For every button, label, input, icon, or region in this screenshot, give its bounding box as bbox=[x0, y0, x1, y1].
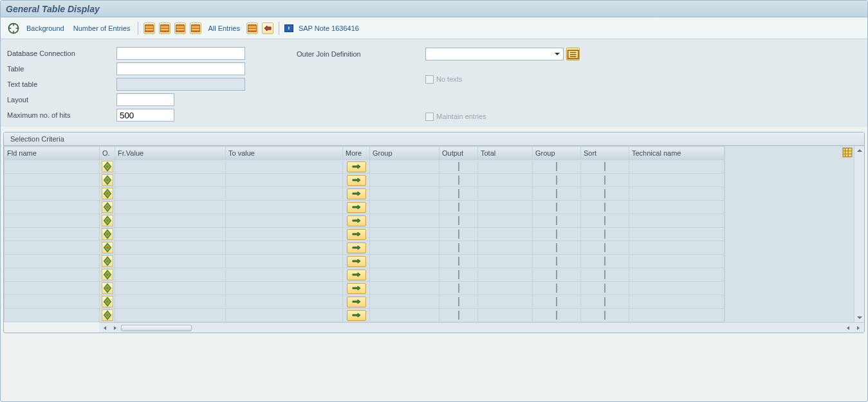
sort-checkbox[interactable] bbox=[604, 189, 605, 198]
db-connection-input[interactable] bbox=[116, 47, 245, 60]
cell-fld-name[interactable] bbox=[5, 201, 100, 214]
cell-fld-name[interactable] bbox=[5, 228, 100, 241]
group-checkbox[interactable] bbox=[556, 216, 557, 225]
output-checkbox[interactable] bbox=[458, 297, 459, 306]
cell-to-value[interactable] bbox=[226, 255, 343, 268]
cell-fr-value[interactable] bbox=[115, 160, 226, 174]
more-arrow-icon[interactable] bbox=[347, 256, 366, 267]
cell-more[interactable] bbox=[343, 160, 370, 174]
layout-input[interactable] bbox=[116, 93, 174, 106]
cell-fr-value[interactable] bbox=[115, 201, 226, 214]
cell-tech-name[interactable] bbox=[629, 295, 725, 309]
sort-checkbox[interactable] bbox=[604, 284, 605, 293]
group-checkbox[interactable] bbox=[556, 176, 557, 185]
toolbar-icon-2[interactable] bbox=[159, 23, 171, 34]
cell-group-entry[interactable] bbox=[370, 160, 439, 174]
cell-tech-name[interactable] bbox=[629, 228, 725, 241]
option-icon[interactable] bbox=[102, 296, 113, 307]
cell-more[interactable] bbox=[343, 295, 370, 309]
option-icon[interactable] bbox=[102, 269, 113, 280]
cell-to-value[interactable] bbox=[226, 228, 343, 241]
cell-fr-value[interactable] bbox=[115, 214, 226, 228]
all-entries-button[interactable]: All Entries bbox=[205, 24, 243, 32]
cell-option[interactable] bbox=[100, 241, 115, 255]
cell-tech-name[interactable] bbox=[629, 255, 725, 268]
cell-tech-name[interactable] bbox=[629, 160, 725, 174]
cell-total[interactable] bbox=[478, 187, 533, 201]
group-checkbox[interactable] bbox=[556, 162, 557, 171]
cell-fld-name[interactable] bbox=[5, 268, 100, 282]
col-sort[interactable]: Sort bbox=[581, 147, 629, 160]
scroll-thumb[interactable] bbox=[121, 325, 192, 331]
cell-group-entry[interactable] bbox=[370, 214, 439, 228]
scroll-down-icon[interactable] bbox=[855, 313, 864, 322]
col-group-entry[interactable]: Group bbox=[370, 147, 439, 160]
cell-to-value[interactable] bbox=[226, 201, 343, 214]
scroll-left-end-icon[interactable] bbox=[844, 324, 853, 332]
background-button[interactable]: Background bbox=[24, 24, 67, 32]
toolbar-icon-4[interactable] bbox=[190, 23, 201, 34]
cell-to-value[interactable] bbox=[226, 160, 343, 174]
cell-group-entry[interactable] bbox=[370, 187, 439, 201]
more-arrow-icon[interactable] bbox=[347, 229, 366, 240]
sort-checkbox[interactable] bbox=[604, 230, 605, 239]
cell-fld-name[interactable] bbox=[5, 255, 100, 268]
cell-to-value[interactable] bbox=[226, 241, 343, 255]
number-of-entries-button[interactable]: Number of Entries bbox=[71, 24, 133, 32]
cell-more[interactable] bbox=[343, 282, 370, 295]
cell-group-entry[interactable] bbox=[370, 228, 439, 241]
cell-more[interactable] bbox=[343, 309, 370, 322]
cell-group-entry[interactable] bbox=[370, 282, 439, 295]
col-option[interactable]: O. bbox=[100, 147, 115, 160]
more-arrow-icon[interactable] bbox=[347, 242, 366, 253]
cell-fr-value[interactable] bbox=[115, 228, 226, 241]
col-more[interactable]: More bbox=[343, 147, 370, 160]
outer-join-select[interactable] bbox=[425, 48, 564, 60]
cell-total[interactable] bbox=[478, 282, 533, 295]
output-checkbox[interactable] bbox=[458, 243, 459, 252]
sort-checkbox[interactable] bbox=[604, 162, 605, 171]
info-icon[interactable]: i bbox=[284, 24, 293, 32]
more-arrow-icon[interactable] bbox=[347, 188, 366, 199]
cell-more[interactable] bbox=[343, 214, 370, 228]
cell-to-value[interactable] bbox=[226, 187, 343, 201]
output-checkbox[interactable] bbox=[458, 216, 459, 225]
cell-group-entry[interactable] bbox=[370, 201, 439, 214]
output-checkbox[interactable] bbox=[458, 284, 459, 293]
cell-option[interactable] bbox=[100, 268, 115, 282]
cell-group-entry[interactable] bbox=[370, 255, 439, 268]
cell-to-value[interactable] bbox=[226, 295, 343, 309]
output-checkbox[interactable] bbox=[458, 189, 459, 198]
vertical-scrollbar[interactable] bbox=[854, 146, 864, 322]
cell-tech-name[interactable] bbox=[629, 268, 725, 282]
col-fr-value[interactable]: Fr.Value bbox=[115, 147, 226, 160]
option-icon[interactable] bbox=[102, 255, 113, 267]
cell-to-value[interactable] bbox=[226, 309, 343, 322]
cell-fr-value[interactable] bbox=[115, 255, 226, 268]
cell-more[interactable] bbox=[343, 241, 370, 255]
cell-fr-value[interactable] bbox=[115, 187, 226, 201]
execute-icon[interactable] bbox=[7, 22, 20, 35]
output-checkbox[interactable] bbox=[458, 203, 459, 212]
cell-total[interactable] bbox=[478, 241, 533, 255]
sort-checkbox[interactable] bbox=[604, 311, 605, 320]
cell-option[interactable] bbox=[100, 255, 115, 268]
option-icon[interactable] bbox=[102, 242, 113, 253]
cell-fld-name[interactable] bbox=[5, 309, 100, 322]
more-arrow-icon[interactable] bbox=[347, 215, 366, 226]
cell-fr-value[interactable] bbox=[115, 295, 226, 309]
col-group-cb[interactable]: Group bbox=[533, 147, 581, 160]
cell-tech-name[interactable] bbox=[629, 214, 725, 228]
cell-option[interactable] bbox=[100, 187, 115, 201]
cell-option[interactable] bbox=[100, 214, 115, 228]
toolbar-icon-6[interactable] bbox=[262, 23, 273, 34]
option-icon[interactable] bbox=[102, 188, 113, 199]
more-arrow-icon[interactable] bbox=[347, 202, 366, 213]
more-arrow-icon[interactable] bbox=[347, 283, 366, 294]
more-arrow-icon[interactable] bbox=[347, 310, 366, 321]
cell-total[interactable] bbox=[478, 295, 533, 309]
output-checkbox[interactable] bbox=[458, 311, 459, 320]
option-icon[interactable] bbox=[102, 228, 113, 240]
option-icon[interactable] bbox=[102, 161, 113, 172]
more-arrow-icon[interactable] bbox=[347, 297, 366, 307]
